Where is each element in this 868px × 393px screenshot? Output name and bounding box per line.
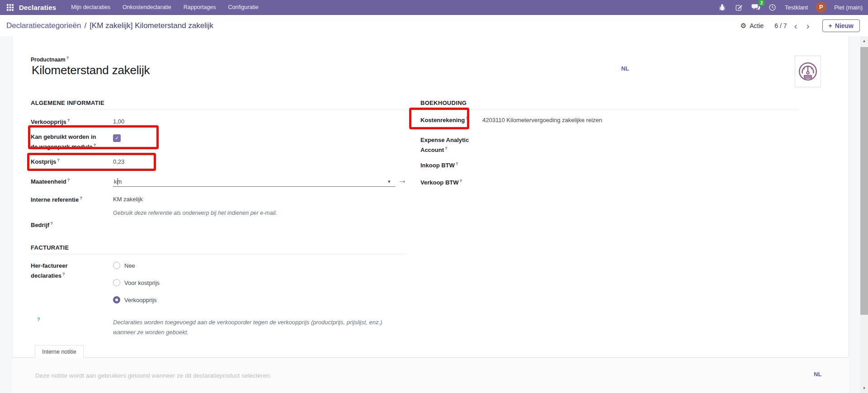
translate-badge-product-name[interactable]: NL xyxy=(621,65,629,72)
menu-configuratie[interactable]: Configuratie xyxy=(227,0,259,15)
divider xyxy=(420,109,799,109)
reinvoice-label-line1: Her-factureer xyxy=(31,262,68,270)
help-icon: ? xyxy=(466,116,468,121)
section-invoicing: FACTURATIE xyxy=(31,244,69,251)
analytic-account-label-line1: Expense Analytic xyxy=(420,137,469,144)
breadcrumb-parent-link[interactable]: Declaratiecategorieën xyxy=(6,21,81,30)
product-name-label: Productnaam? xyxy=(31,55,68,63)
scroll-down-arrow[interactable]: ▼ xyxy=(860,384,868,392)
divider xyxy=(31,109,407,109)
help-icon: ? xyxy=(66,56,69,60)
activities-clock-icon[interactable] xyxy=(768,3,777,12)
help-icon-blue: ? xyxy=(37,317,40,322)
new-record-label: Nieuw xyxy=(835,22,854,29)
action-menu-button[interactable]: ⚙ Actie xyxy=(741,22,764,30)
cost-price-label: Kostprijs? xyxy=(31,157,59,166)
breadcrumb-separator: / xyxy=(84,21,86,30)
radio-icon xyxy=(113,262,120,269)
internal-ref-help: Gebruik deze referentie als onderwerp bi… xyxy=(113,208,277,218)
help-icon: ? xyxy=(460,179,462,183)
cost-price-value[interactable]: 0,23 xyxy=(113,158,124,166)
app-title[interactable]: Declaraties xyxy=(19,4,56,11)
menu-onkostendeclaratie[interactable]: Onkostendeclaratie xyxy=(122,0,172,15)
menu-mijn-declaraties[interactable]: Mijn declaraties xyxy=(70,0,111,15)
form-view: Productnaam? Kilometerstand zakelijk NL … xyxy=(0,36,868,393)
pager-group: 6 / 7 ‹ › xyxy=(774,21,811,30)
navbar-left: Declaraties Mijn declaraties Onkostendec… xyxy=(5,0,259,15)
menu-rapportages[interactable]: Rapportages xyxy=(183,0,217,15)
help-icon: ? xyxy=(50,221,53,226)
breadcrumb-current: [KM zakelijk] Kilometerstand zakelijk xyxy=(90,21,213,30)
uom-input-underline xyxy=(113,186,395,187)
internal-ref-value[interactable]: KM zakelijk xyxy=(113,196,143,203)
scroll-up-arrow[interactable]: ▲ xyxy=(860,37,868,45)
company-switcher[interactable]: Testklant xyxy=(785,4,808,11)
top-navbar: Declaraties Mijn declaraties Onkostendec… xyxy=(0,0,868,15)
expense-account-label: Kostenrekening? xyxy=(420,116,467,124)
radio-icon xyxy=(113,279,120,286)
apps-grid-icon[interactable] xyxy=(5,3,14,12)
control-panel: Declaratiecategorieën / [KM zakelijk] Ki… xyxy=(0,15,868,36)
internal-ref-label: Interne referentie? xyxy=(31,195,81,204)
reinvoice-label-line2: declaraties? xyxy=(31,271,64,279)
translate-badge-note[interactable]: NL xyxy=(814,371,821,378)
pager-previous-button[interactable]: ‹ xyxy=(793,21,799,30)
vertical-scrollbar[interactable]: ▲ ▼ xyxy=(860,36,868,393)
help-icon: ? xyxy=(445,146,448,151)
help-icon: ? xyxy=(80,196,82,200)
check-icon: ✓ xyxy=(115,135,119,141)
avatar[interactable]: P xyxy=(816,2,826,13)
radio-selected-icon xyxy=(113,296,120,303)
user-menu[interactable]: Piet (main) xyxy=(834,4,863,11)
internal-link-arrow-icon[interactable]: → xyxy=(398,175,407,185)
bug-icon[interactable] xyxy=(718,3,727,12)
fleet-label-line1: Kan gebruikt worden in xyxy=(31,133,96,141)
expense-account-value[interactable]: 4203110 Kilometervergoeding zakelijke re… xyxy=(482,117,602,124)
screen: Declaraties Mijn declaraties Onkostendec… xyxy=(0,0,868,393)
analytic-account-label-line2: Account? xyxy=(420,146,447,154)
tabs-divider xyxy=(12,357,849,358)
section-accounting: BOEKHOUDING xyxy=(420,99,467,106)
speedometer-icon xyxy=(797,61,818,82)
sale-price-label: Verkoopprijs? xyxy=(31,118,69,126)
help-icon: ? xyxy=(67,178,70,182)
divider xyxy=(31,254,407,254)
navbar-right: 2 Testklant P Piet (main) xyxy=(718,2,863,13)
reinvoice-note: Declaraties worden toegevoegd aan de ver… xyxy=(113,317,390,337)
help-icon: ? xyxy=(67,118,70,123)
tab-interne-notitie[interactable]: Interne notitie xyxy=(35,345,84,358)
sale-price-value[interactable]: 1,00 xyxy=(113,118,124,125)
purchase-tax-label: Inkoop BTW? xyxy=(420,161,457,169)
section-general-info: ALGEMENE INFORMATIE xyxy=(31,99,104,106)
plus-icon: + xyxy=(829,22,832,29)
pager-next-button[interactable]: › xyxy=(805,21,811,30)
help-icon: ? xyxy=(456,161,458,166)
chevron-down-icon[interactable]: ▾ xyxy=(388,179,391,185)
scrollbar-thumb[interactable] xyxy=(860,47,868,315)
internal-note-placeholder: Deze notitie wordt aan gebruikers getoon… xyxy=(35,372,271,379)
brand-wrap: Declaraties xyxy=(5,3,56,12)
message-count-badge: 2 xyxy=(759,0,764,6)
radio-option-verkoopprijs[interactable]: Verkoopprijs xyxy=(113,296,157,303)
uom-label: Maateenheid? xyxy=(31,177,69,185)
new-record-button[interactable]: + Nieuw xyxy=(822,19,860,32)
fleet-label-line2: de wagenpark module? xyxy=(31,142,95,151)
breadcrumb: Declaratiecategorieën / [KM zakelijk] Ki… xyxy=(6,21,213,30)
action-menu-label: Actie xyxy=(750,22,764,29)
product-image[interactable] xyxy=(795,56,821,87)
company-label: Bedrijf? xyxy=(31,221,52,229)
text-cursor xyxy=(118,178,118,185)
gear-icon: ⚙ xyxy=(741,22,746,30)
help-icon: ? xyxy=(57,158,60,162)
radio-option-nee[interactable]: Nee xyxy=(113,262,135,269)
messages-icon[interactable]: 2 xyxy=(751,3,760,12)
pager-counter: 6 / 7 xyxy=(774,22,787,29)
control-panel-right: ⚙ Actie 6 / 7 ‹ › + Nieuw xyxy=(741,19,860,32)
help-icon: ? xyxy=(62,272,65,276)
edit-note-icon[interactable] xyxy=(735,3,744,12)
sale-tax-label: Verkoop BTW? xyxy=(420,178,461,186)
help-icon: ? xyxy=(94,143,96,147)
radio-option-voor-kostprijs[interactable]: Voor kostprijs xyxy=(113,279,160,286)
fleet-checkbox[interactable]: ✓ xyxy=(113,134,121,142)
product-name-value[interactable]: Kilometerstand zakelijk xyxy=(32,63,150,77)
